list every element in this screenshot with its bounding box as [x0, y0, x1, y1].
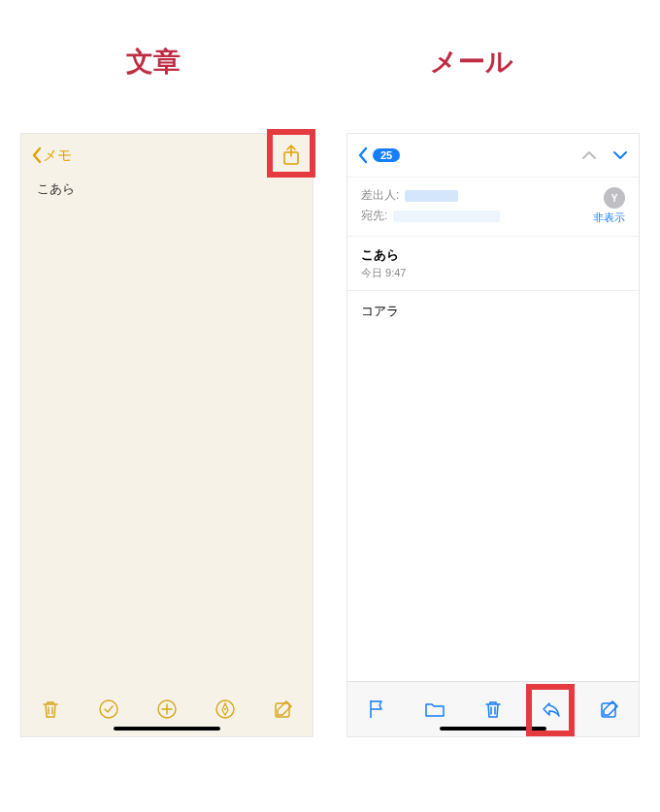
heading-notes: 文章 [126, 44, 181, 81]
folder-icon[interactable] [423, 698, 446, 721]
plus-circle-icon[interactable] [155, 698, 179, 721]
compose-icon[interactable] [598, 698, 621, 721]
prev-message-button[interactable] [580, 148, 598, 162]
svg-point-4 [224, 708, 226, 710]
next-message-button[interactable] [611, 148, 629, 162]
chevron-left-icon [31, 146, 43, 164]
notes-screen: メモ こあら [21, 134, 313, 736]
trash-icon[interactable] [481, 698, 505, 721]
highlight-reply [526, 684, 575, 736]
note-content[interactable]: こあら [21, 177, 313, 202]
unread-badge: 25 [373, 148, 400, 162]
chevron-left-icon [357, 146, 369, 164]
compose-icon[interactable] [272, 698, 295, 721]
back-button[interactable]: メモ [31, 146, 72, 165]
mail-back-button[interactable]: 25 [357, 146, 400, 164]
chevron-down-icon [611, 148, 629, 162]
sender-value[interactable] [405, 190, 458, 202]
chevron-up-icon [580, 148, 598, 162]
mail-date: 今日 9:47 [361, 266, 625, 280]
flag-icon[interactable] [365, 698, 388, 721]
mail-navbar: 25 [347, 134, 639, 178]
avatar[interactable]: Y [604, 187, 625, 209]
pen-tip-icon[interactable] [214, 698, 237, 721]
home-indicator[interactable] [114, 727, 220, 731]
highlight-share [267, 129, 315, 178]
mail-subject-block: こあら 今日 9:47 [347, 237, 639, 291]
svg-point-1 [100, 700, 117, 718]
mail-body: コアラ [347, 291, 639, 332]
recipient-value[interactable] [393, 211, 500, 222]
hide-details-link[interactable]: 非表示 [593, 211, 625, 225]
check-circle-icon[interactable] [97, 698, 120, 721]
sender-label: 差出人: [361, 187, 399, 204]
mail-screen: 25 差出人: 宛先: Y 非表示 こあら 今日 9:47 コアラ [347, 134, 639, 736]
mail-header: 差出人: 宛先: Y 非表示 [347, 178, 639, 237]
heading-mail: メール [430, 44, 513, 81]
back-label: メモ [43, 146, 72, 165]
trash-icon[interactable] [39, 698, 62, 721]
recipient-label: 宛先: [361, 208, 387, 224]
mail-subject: こあら [361, 246, 625, 264]
